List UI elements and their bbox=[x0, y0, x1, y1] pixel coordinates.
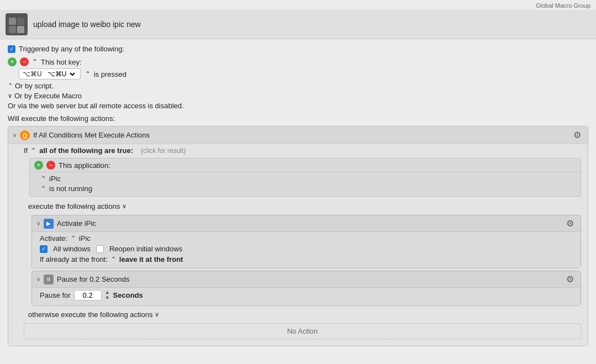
trigger-header: Triggered by any of the following: bbox=[8, 45, 588, 53]
app-label: This application: bbox=[59, 161, 110, 170]
hotkey-value-row: ⌥⌘U ⌥⌘U ⌃ is pressed bbox=[19, 68, 588, 80]
all-windows-checkbox[interactable] bbox=[40, 245, 48, 253]
chevron-otherwise[interactable]: ∨ bbox=[155, 311, 159, 318]
activate-block: ∨ ▶ Activate iPic ⚙ Activate: ⌃ iPic All… bbox=[31, 215, 581, 268]
windows-row: All windows Reopen initial windows bbox=[40, 245, 575, 253]
hotkey-box[interactable]: ⌥⌘U ⌥⌘U bbox=[19, 68, 81, 80]
triggered-label: Triggered by any of the following: bbox=[19, 45, 124, 53]
header-bar bbox=[0, 10, 596, 39]
global-macro-label: Global Macro Group bbox=[0, 0, 596, 10]
stepper-pressed[interactable]: ⌃ bbox=[85, 70, 91, 78]
otherwise-row: otherwise execute the following actions … bbox=[24, 308, 581, 321]
pause-block: ∨ ⏸ Pause for 0.2 Seconds ⚙ Pause for ▲ … bbox=[31, 271, 581, 306]
pause-icon: ⏸ bbox=[44, 275, 54, 284]
pause-body: Pause for ▲ ▼ Seconds bbox=[32, 287, 581, 305]
activate-title: Activate iPic bbox=[57, 219, 561, 228]
stepper-all[interactable]: ⌃ bbox=[31, 147, 36, 154]
svg-rect-2 bbox=[9, 26, 16, 33]
hotkey-label: This hot key: bbox=[41, 58, 82, 66]
condition-row: If ⌃ all of the following are true: (cli… bbox=[24, 146, 581, 155]
click-result[interactable]: (click for result) bbox=[141, 147, 186, 155]
app-condition-header: + − This application: bbox=[30, 159, 581, 172]
svg-rect-1 bbox=[17, 18, 24, 25]
pause-unit-label: Seconds bbox=[113, 291, 143, 299]
pause-header[interactable]: ∨ ⏸ Pause for 0.2 Seconds ⚙ bbox=[32, 271, 581, 287]
main-content: Triggered by any of the following: + − ⌃… bbox=[0, 39, 596, 355]
stepper-app[interactable]: ⌃ bbox=[41, 175, 46, 182]
triggered-checkbox[interactable] bbox=[8, 45, 15, 53]
activate-app-row: Activate: ⌃ iPic bbox=[40, 234, 575, 242]
pause-title: Pause for 0.2 Seconds bbox=[57, 275, 561, 283]
reopen-windows-label: Reopen initial windows bbox=[109, 245, 182, 253]
activate-body: Activate: ⌃ iPic All windows Reopen init… bbox=[32, 231, 581, 268]
trigger-section: Triggered by any of the following: + − ⌃… bbox=[8, 45, 588, 110]
pause-label: Pause for bbox=[40, 291, 71, 299]
chevron-execute-actions[interactable]: ∨ bbox=[122, 203, 126, 210]
add-trigger-button[interactable]: + bbox=[8, 57, 17, 66]
all-windows-label: All windows bbox=[53, 245, 91, 253]
svg-rect-0 bbox=[9, 18, 16, 25]
front-label: If already at the front: bbox=[40, 255, 108, 263]
svg-rect-3 bbox=[17, 26, 24, 33]
chevron-pause: ∨ bbox=[36, 276, 40, 282]
execute-row: ∨ Or by Execute Macro bbox=[8, 92, 588, 100]
stepper-hotkey[interactable]: ⌃ bbox=[32, 58, 38, 66]
webserver-label: Or via the web server but all remote acc… bbox=[8, 102, 184, 110]
will-execute-label: Will execute the following actions: bbox=[8, 114, 588, 123]
execute-label: execute the following actions bbox=[28, 202, 120, 210]
front-value: leave it at the front bbox=[119, 255, 183, 263]
activate-gear-button[interactable]: ⚙ bbox=[564, 218, 576, 229]
webserver-row: Or via the web server but all remote acc… bbox=[8, 102, 588, 110]
activate-header[interactable]: ∨ ▶ Activate iPic ⚙ bbox=[32, 215, 581, 231]
conditions-block: ∨ {} If All Conditions Met Execute Actio… bbox=[8, 126, 588, 346]
stepper-script[interactable]: ⌃ bbox=[8, 82, 13, 89]
app-condition-block: + − This application: ⌃ iPic ⌃ is not ru… bbox=[29, 158, 581, 197]
conditions-body: If ⌃ all of the following are true: (cli… bbox=[8, 144, 588, 346]
remove-trigger-button[interactable]: − bbox=[20, 57, 29, 66]
conditions-header[interactable]: ∨ {} If All Conditions Met Execute Actio… bbox=[8, 126, 588, 144]
app-status: is not running bbox=[49, 184, 92, 193]
or-by-execute-macro-label: Or by Execute Macro bbox=[14, 92, 82, 100]
hotkey-dropdown[interactable]: ⌥⌘U bbox=[44, 70, 77, 78]
macro-icon bbox=[6, 13, 28, 35]
activate-label: Activate: bbox=[40, 234, 67, 242]
pause-gear-button[interactable]: ⚙ bbox=[564, 274, 576, 284]
activate-value: iPic bbox=[79, 234, 91, 242]
conditions-title: If All Conditions Met Execute Actions bbox=[33, 131, 568, 139]
or-by-script-label: Or by script. bbox=[15, 82, 54, 90]
chevron-conditions: ∨ bbox=[13, 132, 17, 138]
if-label: If bbox=[24, 146, 28, 155]
execute-actions-row: execute the following actions ∨ bbox=[24, 200, 581, 213]
add-condition-button[interactable]: + bbox=[34, 161, 43, 170]
script-row: ⌃ Or by script. bbox=[8, 82, 588, 90]
chevron-execute[interactable]: ∨ bbox=[8, 92, 12, 99]
chevron-activate: ∨ bbox=[36, 220, 40, 226]
macro-title-input[interactable] bbox=[33, 20, 590, 29]
app-name: iPic bbox=[49, 175, 61, 183]
stepper-activate[interactable]: ⌃ bbox=[71, 235, 76, 242]
hotkey-value: ⌥⌘U bbox=[23, 70, 42, 78]
no-action-label: No Action bbox=[287, 327, 318, 335]
otherwise-label: otherwise execute the following actions bbox=[28, 310, 152, 319]
app-condition-body: ⌃ iPic ⌃ is not running bbox=[30, 172, 581, 196]
pause-row: Pause for ▲ ▼ Seconds bbox=[40, 290, 575, 301]
hotkey-trigger-row: + − ⌃ This hot key: bbox=[8, 57, 588, 66]
activate-app-icon: ▶ bbox=[44, 219, 54, 229]
remove-condition-button[interactable]: − bbox=[46, 161, 55, 170]
stepper-front[interactable]: ⌃ bbox=[111, 256, 116, 263]
no-action-block: No Action bbox=[24, 323, 581, 339]
reopen-windows-checkbox[interactable] bbox=[96, 245, 104, 253]
conditions-gear-button[interactable]: ⚙ bbox=[571, 130, 583, 140]
front-row: If already at the front: ⌃ leave it at t… bbox=[40, 255, 575, 263]
stepper-status[interactable]: ⌃ bbox=[41, 185, 46, 192]
conditions-icon: {} bbox=[20, 130, 30, 140]
is-pressed-label: is pressed bbox=[94, 70, 126, 78]
pause-value-input[interactable] bbox=[74, 290, 102, 300]
all-label: all of the following are true: bbox=[39, 146, 133, 155]
pause-unit-stepper[interactable]: ▲ ▼ bbox=[105, 290, 110, 301]
